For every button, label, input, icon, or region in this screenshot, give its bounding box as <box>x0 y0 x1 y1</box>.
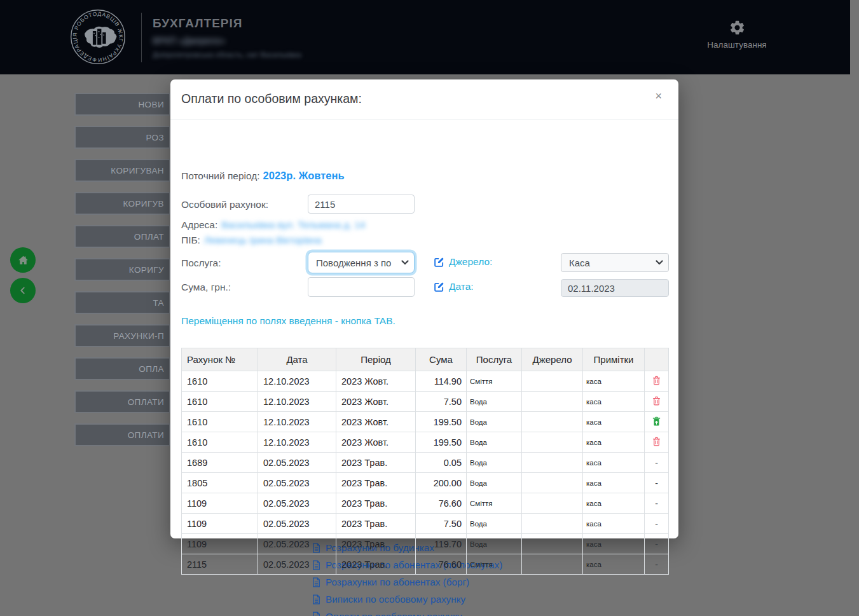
account-input[interactable] <box>308 195 415 214</box>
payments-table: Рахунок №ДатаПеріодСумаПослугаДжерелоПри… <box>181 348 669 575</box>
cell-account: 2115 <box>182 554 258 575</box>
report-link-2[interactable]: Розрахунки по абонентах (борг) <box>312 577 502 588</box>
cell-note: каса <box>583 514 645 534</box>
sidebar-button-8[interactable]: ОПЛА <box>74 357 170 380</box>
date-input[interactable] <box>561 279 669 297</box>
sidebar-button-7[interactable]: РАХУНКИ-П <box>74 324 170 347</box>
cell-action <box>645 412 669 432</box>
column-header-Джерело: Джерело <box>522 348 583 371</box>
settings-button[interactable]: Налаштування <box>692 19 781 50</box>
table-row: 161012.10.20232023 Жовт.114.90Сміттякаса <box>182 371 669 392</box>
sidebar-button-1[interactable]: РОЗ <box>74 126 170 149</box>
back-button[interactable] <box>10 278 36 303</box>
cell-note: каса <box>583 453 645 473</box>
table-row: 180502.05.20232023 Трав.200.00Водакаса- <box>182 473 669 493</box>
cell-source <box>522 453 583 473</box>
cell-date: 02.05.2023 <box>258 453 336 473</box>
cell-service: Сміття <box>467 371 522 392</box>
cell-source <box>522 534 583 554</box>
cell-date: 02.05.2023 <box>258 473 336 493</box>
cell-service: Вода <box>467 514 522 534</box>
no-action-dash: - <box>655 519 658 529</box>
service-select-control[interactable]: Поводження з по <box>308 252 415 273</box>
cell-account: 1109 <box>182 534 258 554</box>
cell-source <box>522 514 583 534</box>
address-line: Адреса:Васильківка вул. Тельмана д. 14 <box>181 219 365 231</box>
cell-sum: 0.05 <box>416 453 467 473</box>
document-icon <box>312 594 321 605</box>
report-link-4[interactable]: Оплати по особовому рахунку <box>312 611 502 616</box>
sum-input[interactable] <box>308 277 415 297</box>
source-select: Каса <box>561 253 669 272</box>
cell-action: - <box>645 473 669 493</box>
trash-restore-icon <box>652 416 661 427</box>
source-field-label: Джерело: <box>434 256 492 268</box>
cell-sum: 119.70 <box>416 534 467 554</box>
name-label: ПІБ: <box>181 235 200 245</box>
cell-date: 12.10.2023 <box>258 371 336 392</box>
org-location: Дніпропетровська область, смт Васильківк… <box>153 51 301 58</box>
cell-note: каса <box>583 412 645 432</box>
table-row: 110902.05.20232023 Трав.119.70Водакаса- <box>182 534 669 554</box>
table-body: 161012.10.20232023 Жовт.114.90Сміттякаса… <box>182 371 669 575</box>
delete-row-button[interactable] <box>652 375 661 386</box>
sidebar-button-3[interactable]: КОРИГУВ <box>74 192 170 215</box>
org-name: ВРКП «Джерело» <box>153 36 225 46</box>
cell-sum: 7.50 <box>416 392 467 412</box>
chevron-left-icon <box>18 285 28 296</box>
table-header-row: Рахунок №ДатаПеріодСумаПослугаДжерелоПри… <box>182 348 669 371</box>
cell-sum: 199.50 <box>416 432 467 453</box>
cell-service: Сміття <box>467 493 522 514</box>
sidebar-buttons: НОВИРОЗКОРИГУВАНКОРИГУВОПЛАТКОРИГУТАРАХУ… <box>74 93 170 446</box>
edit-icon[interactable] <box>434 282 444 292</box>
cell-period: 2023 Жовт. <box>336 371 416 392</box>
sidebar-button-9[interactable]: ОПЛАТИ <box>74 390 170 413</box>
delete-row-button[interactable] <box>652 395 661 406</box>
service-select: Поводження з по <box>308 252 415 273</box>
document-icon <box>312 612 321 616</box>
cell-note: каса <box>583 534 645 554</box>
table-row: 211502.05.20232023 Трав.76.60Сміттякаса- <box>182 554 669 575</box>
settings-label: Налаштування <box>692 40 781 50</box>
no-action-dash: - <box>655 539 658 549</box>
header-divider <box>141 13 142 62</box>
source-select-control[interactable]: Каса <box>561 253 669 272</box>
address-label: Адреса: <box>181 219 217 230</box>
close-icon[interactable]: × <box>651 90 666 102</box>
cell-source <box>522 371 583 392</box>
sidebar-button-10[interactable]: ОПЛАТИ <box>74 423 170 446</box>
cell-account: 1610 <box>182 371 258 392</box>
home-button[interactable] <box>10 247 36 273</box>
sidebar-button-5[interactable]: КОРИГУ <box>74 258 170 281</box>
sidebar-button-0[interactable]: НОВИ <box>74 93 170 116</box>
cell-note: каса <box>583 392 645 412</box>
cell-account: 1805 <box>182 473 258 493</box>
table-row: 161012.10.20232023 Жовт.199.50Водакаса <box>182 432 669 453</box>
app-header: ФЕДЕРАЦІЯ РОБОТОДАВЦІВ ЖКГ УКРАЇНИ БУХГА… <box>0 0 850 74</box>
gear-icon <box>729 19 746 36</box>
sidebar-button-4[interactable]: ОПЛАТ <box>74 225 170 248</box>
cell-account: 1689 <box>182 453 258 473</box>
cell-period: 2023 Трав. <box>336 453 416 473</box>
cell-period: 2023 Трав. <box>336 473 416 493</box>
payments-modal: Оплати по особовим рахункам: × Поточний … <box>170 79 678 538</box>
cell-source <box>522 412 583 432</box>
cell-account: 1610 <box>182 412 258 432</box>
sidebar-button-2[interactable]: КОРИГУВАН <box>74 159 170 182</box>
column-header-Послуга: Послуга <box>467 348 522 371</box>
document-icon <box>312 577 321 587</box>
table-row: 110902.05.20232023 Трав.76.60Сміттякаса- <box>182 493 669 514</box>
sum-label: Сума, грн.: <box>181 282 231 293</box>
date-label: Дата: <box>449 281 474 292</box>
table-row: 161012.10.20232023 Жовт.7.50Водакаса <box>182 392 669 412</box>
delete-row-button[interactable] <box>652 436 661 447</box>
sidebar-button-6[interactable]: ТА <box>74 291 170 314</box>
cell-action: - <box>645 453 669 473</box>
cell-note: каса <box>583 432 645 453</box>
restore-row-button[interactable] <box>652 416 661 427</box>
edit-icon[interactable] <box>434 257 444 268</box>
cell-service: Сміття <box>467 554 522 575</box>
cell-note: каса <box>583 473 645 493</box>
report-link-3[interactable]: Виписки по особовому рахунку <box>312 594 502 605</box>
cell-date: 12.10.2023 <box>258 412 336 432</box>
